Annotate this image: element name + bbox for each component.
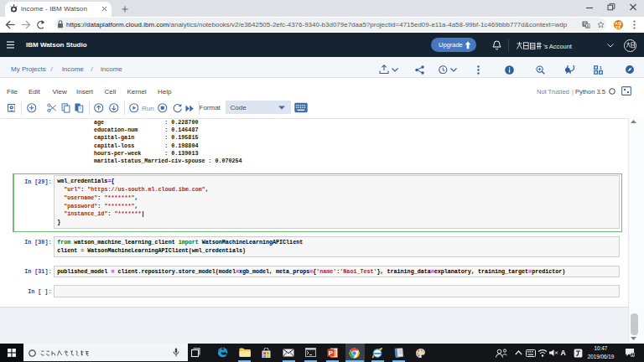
svg-text:1: 1: [631, 353, 634, 357]
svg-text:1: 1: [599, 65, 601, 70]
svg-text:P: P: [329, 349, 334, 356]
